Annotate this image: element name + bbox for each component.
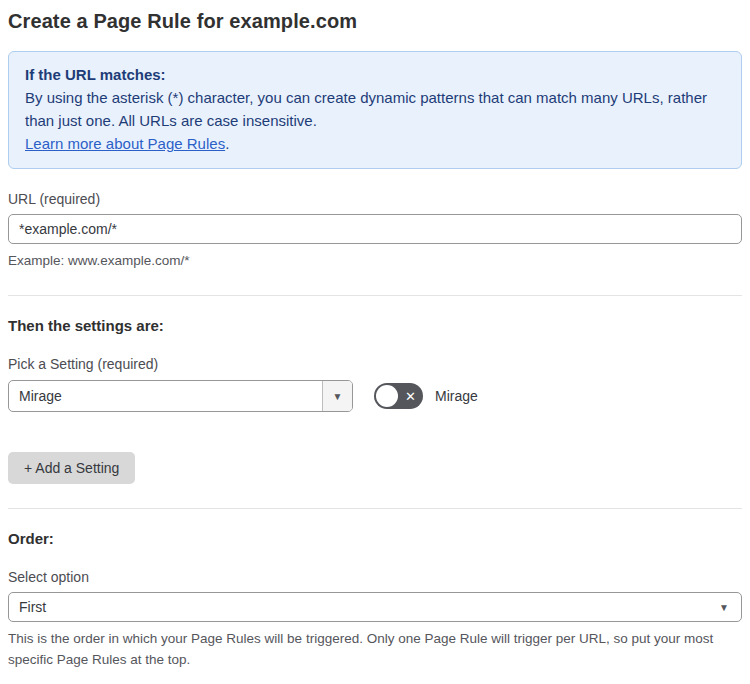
- toggle-knob: [376, 385, 398, 407]
- order-section-heading: Order:: [8, 530, 742, 547]
- settings-section-heading: Then the settings are:: [8, 317, 742, 334]
- url-match-info-box: If the URL matches: By using the asteris…: [8, 51, 742, 169]
- chevron-down-icon: ▼: [333, 391, 343, 402]
- pick-setting-label: Pick a Setting (required): [8, 356, 742, 372]
- setting-select-value: Mirage: [9, 381, 322, 411]
- toggle-off-x-icon: ✕: [398, 383, 423, 409]
- info-box-body: By using the asterisk (*) character, you…: [25, 86, 725, 132]
- add-setting-button[interactable]: + Add a Setting: [8, 452, 135, 484]
- info-box-link-line: Learn more about Page Rules.: [25, 132, 725, 155]
- order-select[interactable]: First ▼: [8, 592, 742, 622]
- link-period: .: [225, 135, 229, 152]
- info-box-heading: If the URL matches:: [25, 63, 725, 86]
- page-title: Create a Page Rule for example.com: [8, 8, 742, 33]
- section-divider: [8, 295, 742, 296]
- url-example-helper: Example: www.example.com/*: [8, 250, 742, 271]
- setting-select-arrow-button[interactable]: ▼: [322, 381, 352, 411]
- url-input[interactable]: [8, 214, 742, 244]
- toggle-label: Mirage: [435, 388, 478, 404]
- chevron-down-icon: ▼: [719, 602, 729, 613]
- setting-select[interactable]: Mirage ▼: [8, 380, 353, 412]
- url-field-label: URL (required): [8, 191, 742, 207]
- create-page-rule-panel: Create a Page Rule for example.com If th…: [0, 0, 750, 684]
- section-divider: [8, 508, 742, 509]
- setting-row: Mirage ▼ ✕ Mirage: [8, 380, 742, 412]
- order-select-label: Select option: [8, 569, 742, 585]
- mirage-toggle[interactable]: ✕: [374, 383, 423, 409]
- order-select-value: First: [19, 599, 46, 615]
- order-helper-text: This is the order in which your Page Rul…: [8, 628, 742, 670]
- learn-more-link[interactable]: Learn more about Page Rules: [25, 135, 225, 152]
